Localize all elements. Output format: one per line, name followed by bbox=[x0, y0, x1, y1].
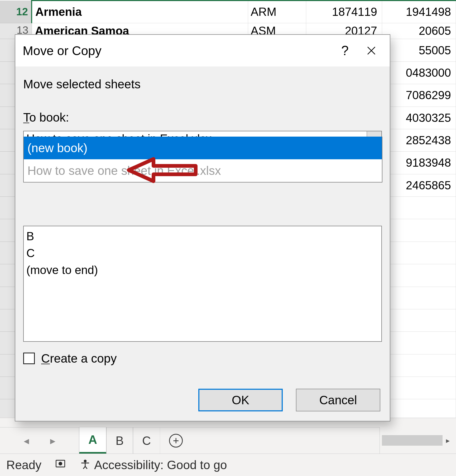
sheet-nav-buttons[interactable]: ◂ ▸ bbox=[0, 427, 79, 454]
cell[interactable] bbox=[382, 219, 456, 242]
cell-v2[interactable]: 2852438 bbox=[382, 129, 456, 151]
create-a-copy-row[interactable]: Create a copy bbox=[23, 351, 382, 366]
cancel-button[interactable]: Cancel bbox=[296, 389, 380, 411]
dropdown-option[interactable]: (new book) bbox=[24, 137, 382, 159]
to-book-label: To book: bbox=[23, 110, 382, 124]
cell-v2[interactable]: 7086299 bbox=[382, 84, 456, 107]
cell[interactable] bbox=[382, 354, 456, 377]
cell[interactable] bbox=[382, 377, 456, 399]
grid-row: 12ArmeniaARM18741191941498 bbox=[0, 1, 456, 23]
before-sheet-listbox[interactable]: BC(move to end) bbox=[23, 226, 382, 342]
macro-record-icon[interactable] bbox=[55, 458, 66, 472]
row-header[interactable]: 12 bbox=[0, 1, 32, 23]
cell[interactable] bbox=[382, 197, 456, 219]
sheet-tab-b[interactable]: B bbox=[106, 427, 133, 454]
move-selected-sheets-label: Move selected sheets bbox=[23, 77, 382, 91]
nav-right-icon[interactable]: ▸ bbox=[50, 435, 55, 447]
listbox-item[interactable]: B bbox=[26, 228, 379, 245]
add-sheet-button[interactable]: + bbox=[160, 427, 192, 454]
horizontal-scrollbar[interactable]: ▸ bbox=[380, 427, 456, 454]
cell-name[interactable]: Armenia bbox=[32, 1, 248, 23]
dialog-title: Move or Copy bbox=[23, 44, 332, 58]
close-button[interactable] bbox=[358, 40, 385, 61]
cell-v2[interactable]: 2465865 bbox=[382, 174, 456, 196]
listbox-item[interactable]: (move to end) bbox=[26, 262, 379, 278]
cell[interactable] bbox=[382, 264, 456, 287]
listbox-item[interactable]: C bbox=[26, 245, 379, 262]
cell[interactable] bbox=[382, 287, 456, 309]
close-icon bbox=[366, 45, 377, 56]
cell[interactable] bbox=[382, 309, 456, 331]
cell-v1[interactable]: 1874119 bbox=[306, 1, 382, 23]
scrollbar-thumb[interactable] bbox=[382, 435, 443, 446]
svg-point-1 bbox=[59, 462, 62, 465]
cell-v2[interactable]: 55005 bbox=[382, 39, 456, 61]
scroll-right-icon[interactable]: ▸ bbox=[443, 436, 453, 445]
ok-button[interactable]: OK bbox=[198, 389, 283, 411]
cell[interactable] bbox=[382, 332, 456, 354]
create-a-copy-checkbox[interactable] bbox=[23, 353, 35, 364]
move-or-copy-dialog: Move or Copy ? Move selected sheets To b… bbox=[15, 34, 390, 421]
sheet-tab-a[interactable]: A bbox=[79, 427, 106, 454]
cell[interactable] bbox=[382, 242, 456, 264]
help-button[interactable]: ? bbox=[332, 40, 358, 61]
accessibility-status[interactable]: Accessibility: Good to go bbox=[79, 458, 227, 472]
create-a-copy-label: Create a copy bbox=[41, 351, 117, 366]
plus-icon: + bbox=[173, 435, 179, 446]
accessibility-icon bbox=[79, 459, 91, 471]
status-ready: Ready bbox=[6, 458, 41, 472]
svg-point-2 bbox=[84, 460, 86, 462]
dropdown-option[interactable]: How to save one sheet in Excel.xlsx bbox=[24, 159, 382, 182]
dialog-titlebar[interactable]: Move or Copy ? bbox=[15, 35, 390, 66]
cell-v2[interactable]: 9183948 bbox=[382, 152, 456, 174]
cell-v2[interactable]: 0483000 bbox=[382, 61, 456, 84]
cell-v2[interactable]: 1941498 bbox=[382, 1, 456, 23]
accessibility-label: Accessibility: Good to go bbox=[94, 458, 227, 472]
cell-v2[interactable]: 4030325 bbox=[382, 107, 456, 129]
nav-left-icon[interactable]: ◂ bbox=[24, 435, 29, 447]
to-book-dropdown[interactable]: (new book)How to save one sheet in Excel… bbox=[23, 137, 382, 182]
status-bar: Ready Accessibility: Good to go bbox=[0, 454, 456, 476]
sheet-tab-c[interactable]: C bbox=[133, 427, 160, 454]
cell-code[interactable]: ARM bbox=[248, 1, 306, 23]
cell-v2[interactable]: 20605 bbox=[382, 23, 456, 39]
